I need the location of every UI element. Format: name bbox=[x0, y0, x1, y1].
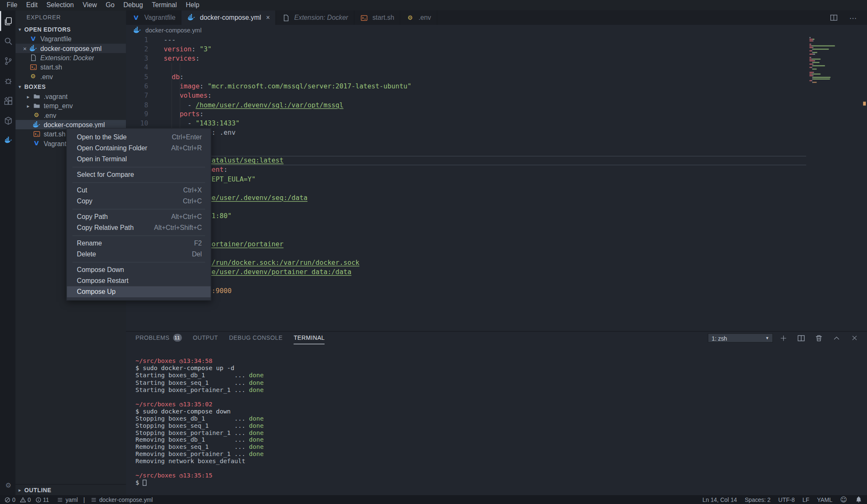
terminal-line: Starting boxes_seq_1 ... done bbox=[136, 380, 867, 387]
context-item-compose-down[interactable]: Compose Down bbox=[67, 264, 211, 275]
terminal-shell-select[interactable]: 1: zsh▼ bbox=[708, 333, 773, 342]
context-item-rename[interactable]: RenameF2 bbox=[67, 237, 211, 248]
tab-env[interactable]: ⚙.env bbox=[400, 11, 438, 25]
status-yaml[interactable]: yaml bbox=[57, 496, 78, 503]
tree-item-temp-env[interactable]: ▸temp_env bbox=[16, 101, 126, 110]
menu-debug[interactable]: Debug bbox=[119, 0, 147, 11]
tab-label: Extension: Docker bbox=[294, 14, 348, 21]
status-language-mode[interactable]: YAML bbox=[817, 496, 832, 503]
status-encoding-value: UTF-8 bbox=[778, 496, 795, 503]
close-panel-button[interactable] bbox=[850, 334, 862, 341]
menu-edit[interactable]: Edit bbox=[22, 0, 42, 11]
code-line: 16 - "ACCEPT_EULA=Y" bbox=[126, 175, 806, 184]
docker-icon bbox=[4, 136, 13, 144]
activity-docker[interactable] bbox=[0, 131, 16, 150]
docker-icon bbox=[187, 14, 196, 21]
editor-actions: ⋯ bbox=[830, 11, 867, 25]
split-terminal-button[interactable] bbox=[797, 334, 808, 341]
editor[interactable]: 1---2version: "3"3services:45 db:6 image… bbox=[126, 35, 867, 331]
code-text: volumes: bbox=[164, 91, 212, 100]
context-item-open-to-the-side[interactable]: Open to the SideCtrl+Enter bbox=[67, 131, 211, 142]
open-editor-vagrantfile[interactable]: VVagrantfile bbox=[16, 34, 126, 43]
terminal-text: Starting boxes_db_1 ... bbox=[136, 372, 249, 379]
context-item-copy-relative-path[interactable]: Copy Relative PathAlt+Ctrl+Shift+C bbox=[67, 222, 211, 233]
terminal-line: ~/src/boxes ◷13:35:02 bbox=[136, 401, 867, 408]
panel-tab-debug-console[interactable]: DEBUG CONSOLE bbox=[229, 332, 283, 344]
kill-terminal-button[interactable] bbox=[814, 334, 826, 341]
activity-search[interactable] bbox=[0, 31, 16, 51]
close-icon[interactable]: × bbox=[21, 45, 29, 52]
code-line: 24 volumes: bbox=[126, 249, 806, 258]
activity-extensions[interactable] bbox=[0, 91, 16, 110]
new-terminal-button[interactable] bbox=[779, 334, 791, 341]
panel-tab-problems[interactable]: PROBLEMS11 bbox=[136, 332, 182, 344]
split-editor-button[interactable] bbox=[830, 14, 841, 21]
overview-ruler-marker bbox=[863, 102, 866, 106]
context-item-copy[interactable]: CopyCtrl+C bbox=[67, 196, 211, 207]
panel-tab-terminal[interactable]: TERMINAL bbox=[293, 332, 325, 344]
minimap-line bbox=[809, 72, 860, 73]
menu-help[interactable]: Help bbox=[181, 0, 204, 11]
activity-explorer[interactable] bbox=[0, 11, 16, 31]
tab-close-icon[interactable]: × bbox=[266, 14, 270, 21]
context-item-delete[interactable]: DeleteDel bbox=[67, 249, 211, 260]
outline-header[interactable]: ▸ OUTLINE bbox=[16, 484, 126, 495]
open-editor-extension-docker[interactable]: Extension: Docker bbox=[16, 53, 126, 62]
status-eol-value: LF bbox=[803, 496, 809, 503]
minimap[interactable] bbox=[809, 37, 860, 83]
context-item-cut[interactable]: CutCtrl+X bbox=[67, 184, 211, 195]
terminal-line: Stopping boxes_seq_1 ... done bbox=[136, 423, 867, 430]
activity-settings[interactable]: ⚙ bbox=[0, 475, 16, 495]
tab-label: docker-compose.yml bbox=[200, 14, 261, 21]
context-item-select-for-compare[interactable]: Select for Compare bbox=[67, 169, 211, 180]
context-item-copy-path[interactable]: Copy PathAlt+Ctrl+C bbox=[67, 211, 211, 222]
status-cursor-position-value: Ln 14, Col 14 bbox=[702, 496, 737, 503]
more-actions-button[interactable]: ⋯ bbox=[849, 14, 861, 21]
maximize-panel-button[interactable] bbox=[832, 334, 844, 341]
tab-start-sh[interactable]: start.sh bbox=[354, 11, 400, 25]
menu-go[interactable]: Go bbox=[101, 0, 119, 11]
open-editors-header[interactable]: ▾ OPEN EDITORS bbox=[16, 24, 126, 34]
context-item-compose-restart[interactable]: Compose Restart bbox=[67, 275, 211, 286]
tab-extension-docker[interactable]: Extension: Docker bbox=[276, 11, 355, 25]
code-token: : bbox=[200, 110, 203, 118]
panel-tab-output[interactable]: OUTPUT bbox=[193, 332, 218, 344]
tab-vagrantfile[interactable]: VVagrantfile bbox=[126, 11, 181, 25]
context-item-shortcut: Ctrl+X bbox=[183, 186, 202, 194]
status-problems[interactable]: 0011 bbox=[5, 496, 51, 503]
context-item-open-containing-folder[interactable]: Open Containing FolderAlt+Ctrl+R bbox=[67, 143, 211, 154]
status-encoding[interactable]: UTF-8 bbox=[778, 496, 795, 503]
activity-package[interactable] bbox=[0, 111, 16, 131]
activity-source-control[interactable] bbox=[0, 51, 16, 71]
tab-docker-compose-yml[interactable]: docker-compose.yml× bbox=[181, 11, 276, 25]
workspace-header[interactable]: ▾ BOXES bbox=[16, 81, 126, 92]
code-token: "1433:1433" bbox=[196, 120, 240, 127]
terminal-text: ~/src/boxes bbox=[136, 357, 179, 365]
tree-item-vagrant[interactable]: ▸.vagrant bbox=[16, 92, 126, 101]
context-item-open-in-terminal[interactable]: Open in Terminal bbox=[67, 154, 211, 165]
panel: PROBLEMS11OUTPUTDEBUG CONSOLETERMINAL1: … bbox=[126, 331, 867, 495]
status-cursor-position[interactable]: Ln 14, Col 14 bbox=[702, 496, 737, 503]
open-editor-env[interactable]: ⚙.env bbox=[16, 72, 126, 81]
open-editor-docker-compose-yml[interactable]: ×docker-compose.yml bbox=[16, 44, 126, 53]
terminal[interactable]: ~/src/boxes ◷13:34:58$ sudo docker-compo… bbox=[126, 344, 867, 495]
status-notifications[interactable] bbox=[855, 496, 862, 503]
status-docker-compose-yml[interactable]: docker-compose.yml bbox=[91, 496, 153, 503]
open-editor-start-sh[interactable]: start.sh bbox=[16, 62, 126, 72]
tree-item-env[interactable]: ⚙.env bbox=[16, 111, 126, 120]
status-eol[interactable]: LF bbox=[803, 496, 809, 503]
menu-selection[interactable]: Selection bbox=[42, 0, 78, 11]
menu-terminal[interactable]: Terminal bbox=[147, 0, 181, 11]
editor-code[interactable]: 1---2version: "3"3services:45 db:6 image… bbox=[126, 35, 806, 295]
status-feedback[interactable]: ☺ bbox=[840, 496, 848, 503]
breadcrumb[interactable]: docker-compose.yml bbox=[126, 25, 867, 35]
status-indentation[interactable]: Spaces: 2 bbox=[745, 496, 771, 503]
terminal-line: Removing boxes_portainer_1 ... done bbox=[136, 451, 867, 459]
activity-debug[interactable] bbox=[0, 71, 16, 91]
terminal-line: ~/src/boxes ◷13:35:15 bbox=[136, 473, 867, 480]
context-item-compose-up[interactable]: Compose Up bbox=[67, 286, 211, 297]
breadcrumb-item[interactable]: docker-compose.yml bbox=[145, 27, 201, 34]
menu-file[interactable]: File bbox=[2, 0, 21, 11]
menu-view[interactable]: View bbox=[78, 0, 101, 11]
context-item-shortcut: Alt+Ctrl+Shift+C bbox=[154, 224, 202, 232]
